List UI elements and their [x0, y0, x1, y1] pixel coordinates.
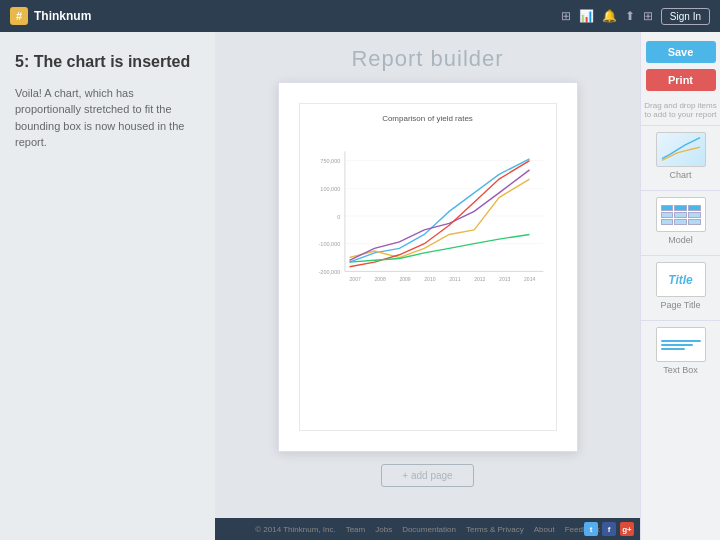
icon-bell[interactable]: 🔔 [602, 9, 617, 23]
logo-area: # Thinknum [10, 7, 91, 25]
chart-section: Chart [641, 125, 720, 186]
logo-text: Thinknum [34, 9, 91, 23]
grid-cell [674, 205, 687, 211]
grid-cell [674, 219, 687, 225]
svg-text:750,000: 750,000 [320, 158, 340, 164]
chart-thumb[interactable] [656, 132, 706, 167]
main-area: Report builder Comparison of yield rates… [215, 32, 640, 540]
icon-grid[interactable]: ⊞ [561, 9, 571, 23]
textbox-section: Text Box [641, 320, 720, 381]
footer-terms[interactable]: Terms & Privacy [466, 525, 524, 534]
grid-cell [688, 205, 701, 211]
svg-text:2009: 2009 [399, 276, 410, 282]
footer-about[interactable]: About [534, 525, 555, 534]
svg-text:100,000: 100,000 [320, 186, 340, 192]
title-thumb-text: Title [668, 273, 692, 287]
footer-copyright: © 2014 Thinknum, Inc. [255, 525, 335, 534]
textbox-line [661, 348, 685, 350]
topbar-icons: ⊞ 📊 🔔 ⬆ ⊞ Sign In [561, 8, 710, 25]
twitter-icon[interactable]: t [584, 522, 598, 536]
svg-text:2012: 2012 [474, 276, 485, 282]
chart-label: Chart [669, 170, 691, 180]
footer-team[interactable]: Team [346, 525, 366, 534]
grid-cell [674, 212, 687, 218]
add-page-button[interactable]: + add page [381, 464, 473, 487]
svg-text:2011: 2011 [449, 276, 460, 282]
grid-cell [688, 212, 701, 218]
googleplus-icon[interactable]: g+ [620, 522, 634, 536]
footer-social: t f g+ [584, 522, 634, 536]
save-button[interactable]: Save [646, 41, 716, 63]
title-thumb[interactable]: Title [656, 262, 706, 297]
svg-text:-200,000: -200,000 [318, 269, 340, 275]
right-sidebar: Save Print Drag and drop items to add to… [640, 32, 720, 540]
footer: © 2014 Thinknum, Inc. Team Jobs Document… [215, 518, 640, 540]
chart-svg: -200,000 -100,000 0 100,000 750,000 2007… [308, 131, 548, 301]
footer-jobs[interactable]: Jobs [375, 525, 392, 534]
chart-title: Comparison of yield rates [308, 114, 548, 123]
step-description: Voila! A chart, which has proportionally… [15, 85, 200, 151]
step-title: 5: The chart is inserted [15, 52, 200, 73]
svg-text:2013: 2013 [499, 276, 510, 282]
svg-text:2010: 2010 [424, 276, 435, 282]
svg-text:0: 0 [337, 214, 340, 220]
drag-drop-hint: Drag and drop items to add to your repor… [641, 101, 720, 119]
model-grid [661, 205, 701, 225]
textbox-line [661, 344, 693, 346]
signin-button[interactable]: Sign In [661, 8, 710, 25]
print-button[interactable]: Print [646, 69, 716, 91]
model-label: Model [668, 235, 693, 245]
pagetitle-label: Page Title [660, 300, 700, 310]
svg-text:2007: 2007 [349, 276, 360, 282]
svg-text:2014: 2014 [524, 276, 535, 282]
grid-cell [688, 219, 701, 225]
facebook-icon[interactable]: f [602, 522, 616, 536]
grid-cell [661, 219, 674, 225]
textbox-line [661, 340, 701, 342]
footer-docs[interactable]: Documentation [402, 525, 456, 534]
svg-text:2008: 2008 [374, 276, 385, 282]
icon-chart[interactable]: 📊 [579, 9, 594, 23]
topbar: # Thinknum ⊞ 📊 🔔 ⬆ ⊞ Sign In [0, 0, 720, 32]
textbox-label: Text Box [663, 365, 698, 375]
model-thumb[interactable] [656, 197, 706, 232]
icon-table[interactable]: ⊞ [643, 9, 653, 23]
page-title-area: Report builder [215, 32, 640, 82]
grid-cell [661, 212, 674, 218]
chart-container: Comparison of yield rates -200,000 -100,… [299, 103, 557, 431]
pagetitle-section: Title Page Title [641, 255, 720, 316]
svg-text:-100,000: -100,000 [318, 241, 340, 247]
logo-icon: # [10, 7, 28, 25]
model-section: Model [641, 190, 720, 251]
icon-upload[interactable]: ⬆ [625, 9, 635, 23]
left-panel: 5: The chart is inserted Voila! A chart,… [0, 32, 215, 540]
report-page: Comparison of yield rates -200,000 -100,… [278, 82, 578, 452]
page-title: Report builder [351, 46, 503, 71]
textbox-thumb[interactable] [656, 327, 706, 362]
grid-cell [661, 205, 674, 211]
